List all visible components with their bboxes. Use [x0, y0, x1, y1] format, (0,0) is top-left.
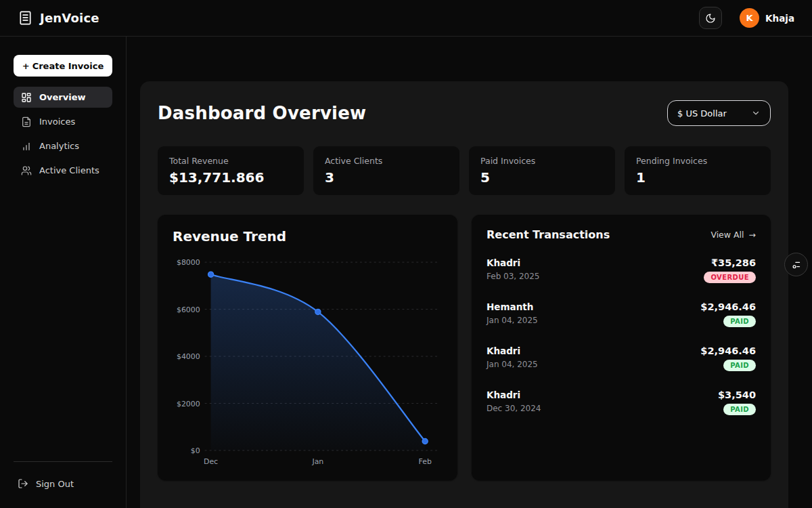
svg-text:$8000: $8000 — [177, 258, 200, 267]
stat-card-total-revenue: Total Revenue $13,771.866 — [158, 146, 304, 195]
revenue-trend-chart: $8000$6000$4000$2000$0DecJanFeb — [173, 251, 443, 475]
status-badge: PAID — [723, 316, 756, 327]
status-badge: PAID — [723, 404, 756, 415]
arrow-right-icon: → — [749, 230, 756, 240]
sidebar-nav: Overview Invoices Analytics — [14, 87, 112, 181]
sidebar-item-label: Active Clients — [39, 165, 99, 175]
sliders-icon — [791, 259, 801, 270]
sidebar-divider — [14, 461, 112, 462]
dashboard-panel: Dashboard Overview $ US Dollar Total Rev… — [140, 81, 788, 508]
file-text-icon — [21, 117, 32, 127]
stat-card-active-clients: Active Clients 3 — [313, 146, 459, 195]
transactions-list: Khadri Feb 03, 2025 ₹35,286 OVERDUE Hema… — [487, 257, 756, 415]
log-out-icon — [18, 478, 28, 489]
status-badge: PAID — [723, 360, 756, 371]
transaction-row[interactable]: Hemanth Jan 04, 2025 $2,946.46 PAID — [487, 301, 756, 327]
sidebar: + Create Invoice Overview Invoices — [0, 37, 127, 508]
svg-text:Dec: Dec — [204, 457, 218, 466]
transactions-title: Recent Transactions — [487, 228, 610, 241]
moon-icon — [705, 13, 716, 24]
revenue-trend-card: Revenue Trend $8000$6000$4000$2000$0DecJ… — [158, 215, 457, 480]
stat-card-pending-invoices: Pending Invoices 1 — [625, 146, 771, 195]
create-invoice-button[interactable]: + Create Invoice — [14, 55, 112, 77]
sidebar-item-label: Overview — [39, 92, 86, 102]
bar-chart-icon — [21, 141, 32, 152]
transaction-row[interactable]: Khadri Dec 30, 2024 $3,540 PAID — [487, 389, 756, 415]
plus-icon: + — [22, 61, 30, 71]
user-name: Khaja — [765, 13, 794, 24]
svg-text:$2000: $2000 — [177, 400, 200, 408]
svg-text:Feb: Feb — [419, 457, 432, 466]
main-content: Dashboard Overview $ US Dollar Total Rev… — [127, 37, 812, 508]
brand: JenVoice — [18, 10, 99, 26]
users-icon — [21, 165, 32, 176]
stats-row: Total Revenue $13,771.866 Active Clients… — [158, 146, 771, 195]
sidebar-item-label: Analytics — [39, 141, 79, 151]
status-badge: OVERDUE — [704, 272, 756, 283]
sidebar-item-active-clients[interactable]: Active Clients — [14, 160, 112, 181]
theme-toggle-button[interactable] — [699, 7, 722, 29]
dashboard-grid-icon — [21, 92, 32, 103]
recent-transactions-card: Recent Transactions View All → Khadri Fe… — [472, 215, 771, 480]
stat-card-paid-invoices: Paid Invoices 5 — [469, 146, 615, 195]
avatar: K — [740, 8, 759, 28]
sidebar-item-analytics[interactable]: Analytics — [14, 135, 112, 156]
brand-name: JenVoice — [40, 11, 99, 25]
invoice-logo-icon — [18, 10, 33, 26]
revenue-trend-title: Revenue Trend — [173, 228, 443, 245]
sidebar-item-invoices[interactable]: Invoices — [14, 111, 112, 132]
svg-text:Jan: Jan — [311, 457, 323, 466]
sidebar-item-overview[interactable]: Overview — [14, 87, 112, 108]
svg-text:$6000: $6000 — [177, 305, 200, 314]
svg-text:$0: $0 — [191, 446, 200, 455]
view-all-link[interactable]: View All → — [710, 230, 756, 240]
top-header: JenVoice K Khaja — [0, 0, 812, 37]
user-menu[interactable]: K Khaja — [740, 8, 794, 28]
page-title: Dashboard Overview — [158, 103, 366, 123]
transaction-row[interactable]: Khadri Feb 03, 2025 ₹35,286 OVERDUE — [487, 257, 756, 283]
settings-fab[interactable] — [784, 253, 808, 276]
chevron-down-icon — [751, 108, 761, 118]
svg-text:$4000: $4000 — [177, 352, 200, 361]
sign-out-button[interactable]: Sign Out — [14, 474, 112, 493]
currency-select[interactable]: $ US Dollar — [667, 100, 771, 126]
sidebar-item-label: Invoices — [39, 117, 75, 127]
transaction-row[interactable]: Khadri Jan 04, 2025 $2,946.46 PAID — [487, 345, 756, 371]
